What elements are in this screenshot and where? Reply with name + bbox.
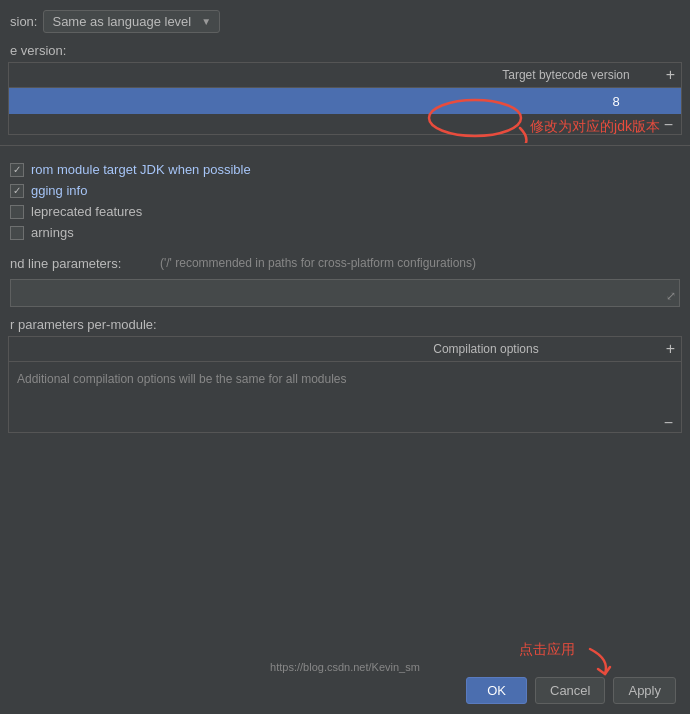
target-bytecode-version-label: Target bytecode version (494, 65, 659, 85)
expand-icon[interactable]: ⤢ (666, 289, 676, 303)
top-section: sion: Same as language level ▼ (0, 0, 690, 39)
checkbox-row-1[interactable]: rom module target JDK when possible (10, 162, 680, 177)
checkbox-1[interactable] (10, 163, 24, 177)
checkbox-1-label: rom module target JDK when possible (31, 162, 251, 177)
cmdline-row: nd line parameters: ('/' recommended in … (0, 252, 690, 275)
cmdline-input-container: ⤢ (10, 279, 680, 307)
cancel-button[interactable]: Cancel (535, 677, 605, 704)
apply-annotation: 点击应用 (519, 641, 575, 659)
bytecode-table-header: Target bytecode version + (9, 63, 681, 88)
cmdline-label: nd line parameters: (10, 256, 150, 271)
compilation-options-label: Compilation options (324, 339, 659, 359)
bytecode-table-row[interactable]: 8 (9, 88, 681, 114)
apply-button[interactable]: Apply (613, 677, 676, 704)
ok-button[interactable]: OK (466, 677, 527, 704)
btn-row: OK Cancel Apply (10, 677, 680, 704)
module-minus-area: − (9, 412, 681, 432)
chevron-down-icon: ▼ (201, 16, 211, 27)
checkboxes-section: rom module target JDK when possible ggin… (0, 156, 690, 252)
divider-1 (0, 145, 690, 146)
cmdline-input[interactable] (10, 279, 680, 307)
checkbox-4[interactable] (10, 226, 24, 240)
module-add-button[interactable]: + (660, 340, 681, 358)
per-module-label: r parameters per-module: (0, 311, 690, 336)
bytecode-add-button[interactable]: + (660, 67, 681, 83)
bytecode-remove-button[interactable]: − (660, 116, 677, 134)
checkbox-4-label: arnings (31, 225, 74, 240)
checkbox-row-4[interactable]: arnings (10, 225, 680, 240)
checkbox-3-label: leprecated features (31, 204, 142, 219)
bytecode-version-value: 8 (551, 94, 681, 109)
cmdline-hint: ('/' recommended in paths for cross-plat… (160, 256, 680, 270)
module-content-area: Additional compilation options will be t… (9, 362, 681, 412)
sion-label: sion: (10, 14, 37, 29)
e-version-label: e version: (0, 39, 690, 62)
module-table: Compilation options + Additional compila… (8, 336, 682, 433)
bytecode-minus-area: − (9, 114, 681, 134)
checkbox-2-label: gging info (31, 183, 87, 198)
bytecode-table: Target bytecode version + 8 − (8, 62, 682, 135)
checkbox-row-3[interactable]: leprecated features (10, 204, 680, 219)
checkbox-2[interactable] (10, 184, 24, 198)
dropdown-label: Same as language level (52, 14, 191, 29)
main-container: sion: Same as language level ▼ e version… (0, 0, 690, 714)
checkbox-row-2[interactable]: gging info (10, 183, 680, 198)
checkbox-3[interactable] (10, 205, 24, 219)
bottom-url: https://blog.csdn.net/Kevin_sm (10, 661, 680, 673)
bottom-section: 点击应用 https://blog.csdn.net/Kevin_sm OK C… (0, 651, 690, 714)
module-table-header: Compilation options + (9, 337, 681, 362)
module-remove-button[interactable]: − (660, 414, 677, 432)
module-hint-text: Additional compilation options will be t… (9, 362, 681, 396)
language-level-dropdown[interactable]: Same as language level ▼ (43, 10, 220, 33)
